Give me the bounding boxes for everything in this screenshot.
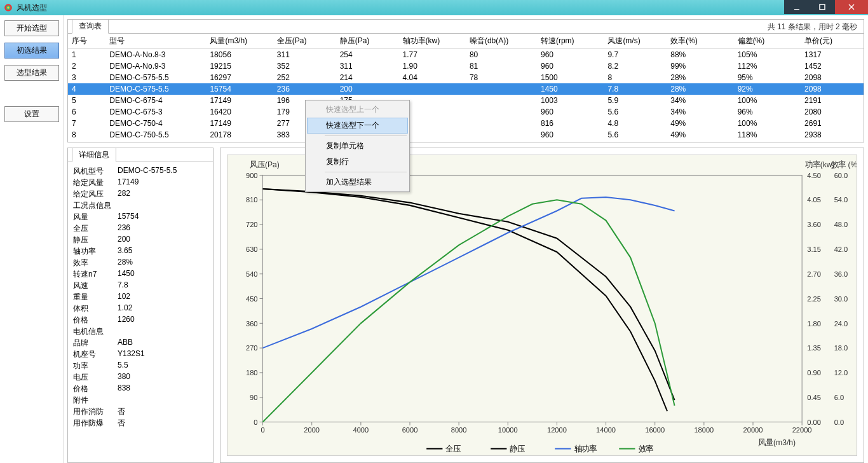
table-cell[interactable]: 8 bbox=[68, 129, 105, 141]
table-cell[interactable]: 88% bbox=[734, 141, 801, 142]
table-row[interactable]: 4DEMO-C-575-5.51575423620014507.828%92%2… bbox=[68, 83, 864, 95]
table-cell[interactable]: DEMO-C-575-5.5 bbox=[105, 83, 206, 95]
table-row[interactable]: 7DEMO-C-750-4171492772638164.849%100%269… bbox=[68, 118, 864, 129]
col-header[interactable]: 噪音(db(A)) bbox=[466, 34, 537, 49]
table-cell[interactable]: 81 bbox=[466, 60, 537, 72]
table-cell[interactable]: 1452 bbox=[801, 60, 864, 72]
table-cell[interactable]: 5.9 bbox=[604, 95, 667, 106]
table-cell[interactable]: 200 bbox=[336, 83, 399, 95]
table-cell[interactable]: 252 bbox=[273, 72, 336, 83]
table-cell[interactable]: 960 bbox=[537, 129, 604, 141]
col-header[interactable]: 风量(m3/h) bbox=[206, 34, 273, 49]
table-cell[interactable]: DEMO-A-No.9-3 bbox=[105, 60, 206, 72]
ctx-add-result[interactable]: 加入选型结果 bbox=[307, 174, 408, 190]
col-header[interactable]: 效率(%) bbox=[667, 34, 733, 49]
table-cell[interactable]: 1 bbox=[68, 49, 105, 61]
table-cell[interactable]: 7 bbox=[68, 118, 105, 129]
table-cell[interactable] bbox=[466, 106, 537, 118]
table-cell[interactable]: 92% bbox=[734, 83, 801, 95]
table-cell[interactable]: 100% bbox=[734, 95, 801, 106]
table-cell[interactable]: 6 bbox=[68, 106, 105, 118]
table-cell[interactable]: 95% bbox=[734, 72, 801, 83]
table-cell[interactable]: 49% bbox=[667, 129, 733, 141]
table-cell[interactable]: 2 bbox=[68, 60, 105, 72]
table-cell[interactable]: 80 bbox=[466, 49, 537, 61]
table-cell[interactable]: 3 bbox=[68, 72, 105, 83]
table-cell[interactable]: 2691 bbox=[801, 118, 864, 129]
table-cell[interactable]: 1450 bbox=[537, 83, 604, 95]
table-cell[interactable]: 78 bbox=[466, 72, 537, 83]
table-cell[interactable]: 34% bbox=[667, 95, 733, 106]
table-cell[interactable]: 2098 bbox=[801, 72, 864, 83]
table-cell[interactable]: 4.8 bbox=[604, 118, 667, 129]
table-cell[interactable]: 2580 bbox=[801, 141, 864, 142]
table-cell[interactable]: 5 bbox=[68, 95, 105, 106]
table-row[interactable]: 3DEMO-C-575-5.5162972522144.04781500828%… bbox=[68, 72, 864, 83]
table-cell[interactable]: 2098 bbox=[801, 83, 864, 95]
table-cell[interactable]: 17149 bbox=[206, 118, 273, 129]
table-cell[interactable] bbox=[466, 129, 537, 141]
table-cell[interactable]: 9 bbox=[68, 141, 105, 142]
table-cell[interactable]: 1317 bbox=[801, 49, 864, 61]
table-cell[interactable]: 19215 bbox=[206, 60, 273, 72]
col-header[interactable]: 单价(元) bbox=[801, 34, 864, 49]
table-cell[interactable]: 28% bbox=[667, 72, 733, 83]
col-header[interactable]: 转速(rpm) bbox=[537, 34, 604, 49]
table-row[interactable]: 9DEMO-C-750-3151332162057204.288%88%2580 bbox=[68, 141, 864, 142]
table-cell[interactable]: 100% bbox=[734, 118, 801, 129]
table-cell[interactable]: 1.77 bbox=[399, 49, 466, 61]
table-cell[interactable]: 960 bbox=[537, 106, 604, 118]
table-cell[interactable]: 4 bbox=[68, 83, 105, 95]
table-cell[interactable]: 88% bbox=[667, 49, 733, 61]
table-row[interactable]: 2DEMO-A-No.9-3192153523111.90819608.299%… bbox=[68, 60, 864, 72]
table-cell[interactable]: 214 bbox=[336, 72, 399, 83]
table-row[interactable]: 6DEMO-C-675-3164201791619605.634%96%2080 bbox=[68, 106, 864, 118]
result-table-wrap[interactable]: 序号型号风量(m3/h)全压(Pa)静压(Pa)轴功率(kw)噪音(db(A))… bbox=[68, 34, 864, 142]
table-cell[interactable] bbox=[466, 83, 537, 95]
table-cell[interactable]: DEMO-C-750-3 bbox=[105, 141, 206, 142]
table-cell[interactable]: DEMO-C-675-3 bbox=[105, 106, 206, 118]
table-cell[interactable]: 4.2 bbox=[604, 141, 667, 142]
table-cell[interactable]: 49% bbox=[667, 118, 733, 129]
table-cell[interactable]: 311 bbox=[273, 49, 336, 61]
table-cell[interactable]: 16420 bbox=[206, 106, 273, 118]
table-cell[interactable]: 236 bbox=[273, 83, 336, 95]
preliminary-result-button[interactable]: 初选结果 bbox=[4, 43, 59, 59]
query-tab[interactable]: 查询表 bbox=[72, 19, 109, 34]
ctx-next[interactable]: 快速选型下一个 bbox=[307, 118, 408, 134]
table-cell[interactable]: 2938 bbox=[801, 129, 864, 141]
table-cell[interactable]: 2080 bbox=[801, 106, 864, 118]
minimize-button[interactable] bbox=[784, 0, 810, 14]
table-cell[interactable]: 352 bbox=[273, 60, 336, 72]
table-row[interactable]: 5DEMO-C-675-41714919617510035.934%100%21… bbox=[68, 95, 864, 106]
table-cell[interactable]: 1500 bbox=[537, 72, 604, 83]
col-header[interactable]: 风速(m/s) bbox=[604, 34, 667, 49]
table-cell[interactable] bbox=[399, 83, 466, 95]
table-cell[interactable]: 112% bbox=[734, 60, 801, 72]
table-cell[interactable]: 7.8 bbox=[604, 83, 667, 95]
table-cell[interactable]: DEMO-C-750-4 bbox=[105, 118, 206, 129]
table-cell[interactable]: 20178 bbox=[206, 129, 273, 141]
table-cell[interactable]: DEMO-C-675-4 bbox=[105, 95, 206, 106]
table-cell[interactable]: 17149 bbox=[206, 95, 273, 106]
table-cell[interactable]: 118% bbox=[734, 129, 801, 141]
col-header[interactable]: 全压(Pa) bbox=[273, 34, 336, 49]
table-cell[interactable]: 2191 bbox=[801, 95, 864, 106]
table-cell[interactable]: 1003 bbox=[537, 95, 604, 106]
table-cell[interactable]: 105% bbox=[734, 49, 801, 61]
table-cell[interactable]: 18056 bbox=[206, 49, 273, 61]
table-cell[interactable]: 5.6 bbox=[604, 106, 667, 118]
settings-button[interactable]: 设置 bbox=[4, 106, 59, 122]
col-header[interactable]: 序号 bbox=[68, 34, 105, 49]
table-cell[interactable]: 1.90 bbox=[399, 60, 466, 72]
maximize-button[interactable] bbox=[810, 0, 835, 14]
table-cell[interactable]: 720 bbox=[537, 141, 604, 142]
col-header[interactable]: 静压(Pa) bbox=[336, 34, 399, 49]
table-cell[interactable]: 311 bbox=[336, 60, 399, 72]
table-cell[interactable] bbox=[466, 118, 537, 129]
table-row[interactable]: 1DEMO-A-No.8-3180563112541.77809609.788%… bbox=[68, 49, 864, 61]
table-cell[interactable]: 4.04 bbox=[399, 72, 466, 83]
table-cell[interactable] bbox=[466, 95, 537, 106]
table-cell[interactable]: 96% bbox=[734, 106, 801, 118]
col-header[interactable]: 轴功率(kw) bbox=[399, 34, 466, 49]
